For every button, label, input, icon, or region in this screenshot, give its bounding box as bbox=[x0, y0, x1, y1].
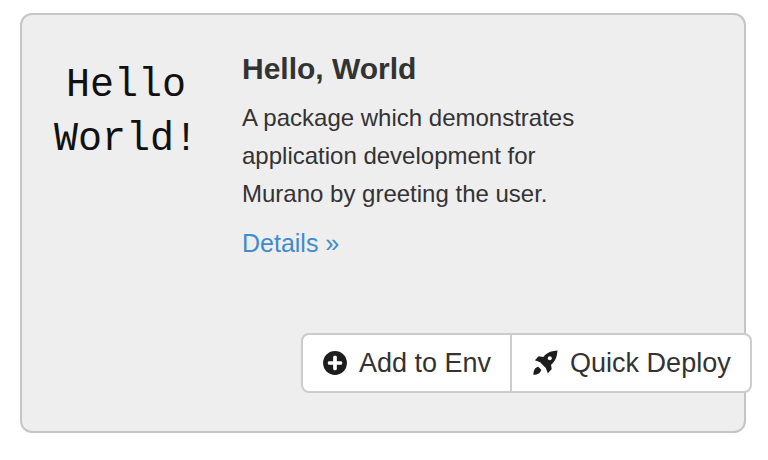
add-to-env-label: Add to Env bbox=[359, 348, 491, 379]
add-to-env-button[interactable]: Add to Env bbox=[301, 333, 512, 393]
action-button-group: Add to Env Quick Deploy bbox=[301, 333, 752, 393]
description-line: A package which demonstrates bbox=[242, 99, 574, 137]
quick-deploy-button[interactable]: Quick Deploy bbox=[510, 333, 752, 393]
logo-line-2: World! bbox=[46, 113, 206, 167]
details-link[interactable]: Details » bbox=[242, 229, 339, 258]
package-card: Hello World! Hello, World A package whic… bbox=[20, 13, 746, 433]
plus-circle-icon bbox=[322, 350, 348, 376]
package-info: Hello, World A package which demonstrate… bbox=[242, 51, 574, 258]
description-line: application development for bbox=[242, 137, 574, 175]
rocket-icon bbox=[531, 349, 559, 377]
logo-line-1: Hello bbox=[46, 59, 206, 113]
card-body: Hello World! Hello, World A package whic… bbox=[22, 15, 744, 258]
package-logo: Hello World! bbox=[46, 51, 206, 258]
description-line: Murano by greeting the user. bbox=[242, 175, 574, 213]
package-title: Hello, World bbox=[242, 51, 574, 87]
quick-deploy-label: Quick Deploy bbox=[570, 348, 731, 379]
package-description: A package which demonstrates application… bbox=[242, 99, 574, 213]
